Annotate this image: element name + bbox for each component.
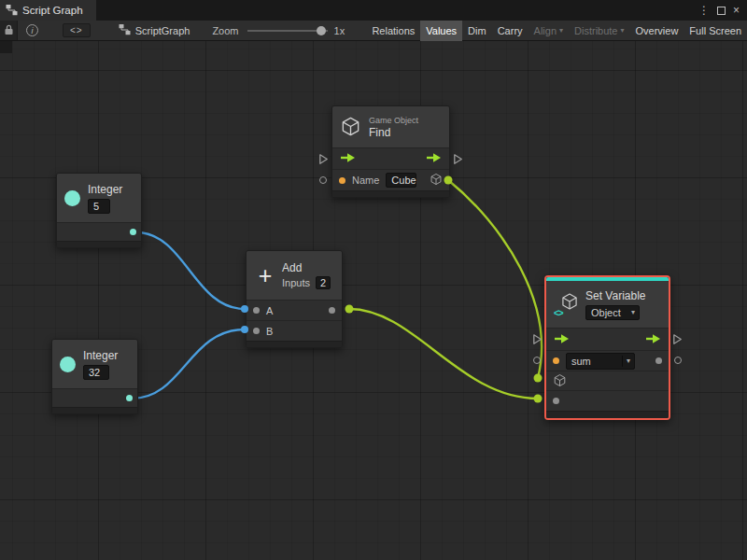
zoom-slider[interactable]: [247, 30, 328, 32]
integer-value-field[interactable]: 32: [83, 365, 109, 380]
variable-brackets-icon: <>: [554, 308, 563, 318]
node-footer: [332, 190, 449, 197]
edit-source-button[interactable]: <>: [63, 23, 91, 37]
toolbar-button-overview[interactable]: Overview: [630, 21, 684, 41]
flow-input-triangle-port[interactable]: [532, 333, 543, 347]
window-controls: ⋮ ×: [698, 0, 747, 21]
flow-input-triangle-port[interactable]: [318, 153, 329, 167]
sum-output-port[interactable]: [329, 307, 335, 314]
set-variable-icon: <>: [554, 292, 579, 317]
game-object-output-icon[interactable]: [430, 173, 443, 188]
flow-output-arrow-icon[interactable]: [645, 333, 661, 346]
inputs-count-field[interactable]: 2: [316, 276, 331, 289]
variable-scope-dropdown[interactable]: Object ▾: [585, 305, 640, 320]
node-set-variable[interactable]: <> Set Variable Object ▾: [546, 277, 669, 418]
menu-icon[interactable]: ⋮: [698, 4, 710, 17]
toolbar-button-distribute[interactable]: Distribute▾: [569, 21, 629, 41]
button-label: Dim: [468, 25, 486, 36]
flow-output-triangle-port[interactable]: [453, 153, 463, 167]
name-label: Name: [352, 175, 379, 186]
node-footer: [546, 411, 669, 418]
game-object-cube-icon: [340, 116, 361, 139]
toolbar-button-carry[interactable]: Carry: [492, 21, 529, 41]
canvas-corner: [0, 41, 12, 53]
node-integer-32[interactable]: Integer 32: [51, 339, 138, 414]
toolbar-button-align[interactable]: Align▾: [529, 21, 569, 41]
node-title: Set Variable: [585, 289, 645, 302]
name-value-field[interactable]: Cube: [386, 173, 416, 188]
wire-find-to-setvariable: [448, 180, 542, 378]
add-plus-icon: +: [254, 264, 276, 287]
input-a-port[interactable]: [253, 307, 260, 314]
info-icon[interactable]: i: [26, 24, 38, 36]
variable-name-dropdown[interactable]: sum ▾: [566, 353, 635, 370]
name-input-circle-port[interactable]: [533, 357, 541, 364]
node-add[interactable]: + Add Inputs 2 A B: [246, 250, 343, 348]
wire-integer32-to-addB: [132, 329, 245, 399]
flow-input-arrow-icon[interactable]: [554, 333, 570, 346]
node-footer: [247, 341, 342, 347]
node-title: Find: [369, 126, 418, 139]
node-category: Game Object: [369, 116, 418, 125]
button-label: Full Screen: [689, 25, 741, 36]
zoom-slider-handle[interactable]: [317, 26, 326, 35]
inputs-label: Inputs: [282, 277, 310, 288]
node-title: Integer: [83, 349, 118, 362]
wire-integer5-to-addA: [136, 232, 245, 309]
integer-output-port[interactable]: [130, 229, 136, 235]
input-b-port[interactable]: [253, 328, 260, 334]
button-label: Carry: [498, 25, 523, 36]
zoom-value: 1x: [334, 25, 345, 36]
toolbar-button-values[interactable]: Values: [420, 21, 462, 41]
window-titlebar: Script Graph ⋮ ×: [0, 0, 747, 21]
caret-down-icon: ▾: [559, 27, 563, 35]
input-a-label: A: [266, 305, 273, 316]
caret-down-icon: ▾: [627, 309, 639, 316]
maximize-icon[interactable]: [717, 7, 726, 15]
tab-script-graph[interactable]: Script Graph: [0, 0, 96, 21]
graph-name-group: ScriptGraph: [119, 23, 190, 37]
button-label: Align: [534, 25, 557, 36]
toolbar-button-dim[interactable]: Dim: [462, 21, 492, 41]
close-icon[interactable]: ×: [733, 4, 740, 17]
integer-icon: [64, 190, 80, 206]
script-graph-asset-icon: [119, 23, 131, 37]
object-target-port-icon[interactable]: [553, 373, 567, 389]
node-footer: [52, 407, 137, 413]
button-label: Overview: [636, 25, 679, 36]
variable-name-input-port[interactable]: [553, 357, 559, 364]
integer-value-field[interactable]: 5: [88, 199, 110, 214]
button-label: Values: [426, 25, 457, 36]
flow-output-triangle-port[interactable]: [672, 333, 683, 347]
tab-title: Script Graph: [22, 5, 83, 16]
toolbar-buttons: Relations Values Dim Carry Align▾ Distri…: [366, 21, 747, 41]
flow-output-arrow-icon[interactable]: [426, 152, 442, 165]
script-graph-icon: [6, 4, 18, 18]
toolbar-button-relations[interactable]: Relations: [366, 21, 420, 41]
node-integer-5[interactable]: Integer 5: [56, 173, 142, 248]
name-input-port[interactable]: [339, 177, 345, 184]
flow-input-arrow-icon[interactable]: [340, 152, 356, 165]
graph-canvas[interactable]: Integer 5 Integer 32 Game: [0, 41, 747, 560]
node-set-variable-selection: <> Set Variable Object ▾: [544, 275, 670, 420]
value-input-circle-port[interactable]: [319, 176, 327, 184]
button-label: Relations: [372, 25, 415, 36]
caret-down-icon: ▾: [621, 27, 625, 35]
value-output-circle-port[interactable]: [674, 357, 682, 364]
button-label: Distribute: [574, 25, 617, 36]
variable-name-label: sum: [567, 355, 622, 368]
toolbar-button-fullscreen[interactable]: Full Screen: [684, 21, 747, 41]
scope-label: Object: [586, 306, 627, 319]
zoom-label: Zoom: [212, 25, 238, 36]
value-output-port[interactable]: [655, 357, 662, 364]
graph-toolbar: i <> ScriptGraph Zoom 1x Relations Value…: [0, 21, 747, 41]
node-footer: [57, 241, 141, 247]
lock-button[interactable]: [0, 21, 18, 40]
value-input-port[interactable]: [553, 398, 559, 404]
integer-icon: [60, 357, 76, 372]
integer-output-port[interactable]: [126, 395, 133, 401]
input-b-label: B: [266, 326, 273, 337]
node-title: Integer: [88, 183, 122, 196]
caret-down-icon: ▾: [622, 356, 634, 367]
node-game-object-find[interactable]: Game Object Find Name Cube: [331, 105, 450, 198]
